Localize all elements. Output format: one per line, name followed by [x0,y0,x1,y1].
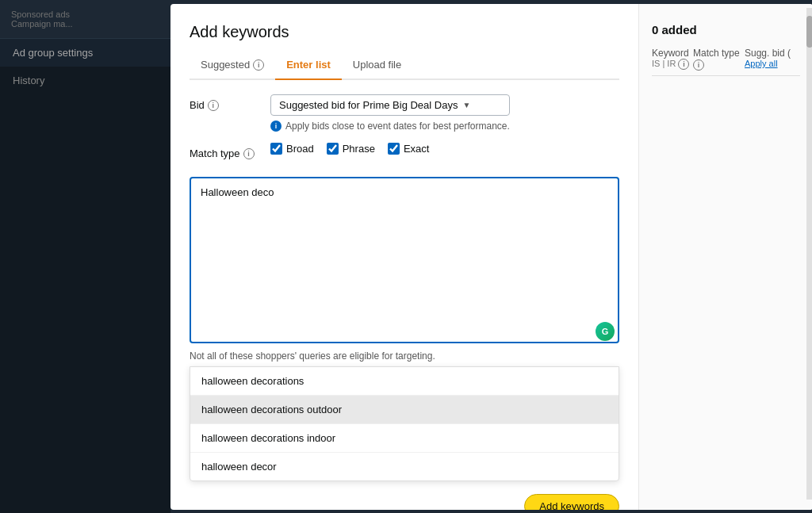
col-keyword: Keyword IS | IR i [652,48,693,71]
textarea-wrapper: Halloween deco G [190,177,619,346]
bid-dropdown[interactable]: Suggested bid for Prime Big Deal Days ▼ [270,94,510,116]
autocomplete-item[interactable]: halloween decorations [190,367,619,396]
add-keywords-modal: Add keywords Suggested i Enter list Uplo… [170,4,812,510]
bid-controls: Suggested bid for Prime Big Deal Days ▼ … [270,94,510,132]
autocomplete-dropdown: halloween decorations halloween decorati… [190,366,619,481]
tab-enter-list[interactable]: Enter list [275,54,342,80]
bid-info-icon[interactable]: i [208,100,219,111]
autocomplete-item[interactable]: halloween decor [190,453,619,480]
not-eligible-note: Not all of these shoppers' queries are e… [190,350,619,362]
autocomplete-item[interactable]: halloween decorations indoor [190,424,619,453]
keyword-input-area: Halloween deco G Not all of these shoppe… [190,177,619,510]
bid-note-info-icon: i [270,121,282,132]
scrollbar[interactable] [806,8,812,500]
bid-note: i Apply bids close to event dates for be… [270,121,510,132]
phrase-checkbox[interactable] [327,143,339,155]
bid-label: Bid i [190,94,261,111]
col-match-type: Match type i [693,48,745,71]
match-type-section: Match type i Broad Phrase Exact [190,143,619,166]
match-type-info-icon[interactable]: i [243,148,255,159]
keyword-textarea[interactable]: Halloween deco [190,177,619,343]
keyword-sub-info-icon[interactable]: i [678,59,689,70]
match-type-phrase[interactable]: Phrase [327,143,375,155]
broad-checkbox[interactable] [270,143,282,155]
scrollbar-thumb[interactable] [806,16,812,48]
match-type-col-info-icon[interactable]: i [693,59,704,71]
tab-upload-file[interactable]: Upload file [342,54,412,80]
add-keywords-wrapper: Add keywords [190,488,619,510]
col-sugg-bid: Sugg. bid ( Apply all [745,48,800,71]
modal-tabs: Suggested i Enter list Upload file [190,54,619,80]
match-type-checkboxes: Broad Phrase Exact [270,143,429,155]
modal-title: Add keywords [190,23,619,41]
modal-left-panel: Add keywords Suggested i Enter list Uplo… [170,4,638,510]
bid-chevron-icon: ▼ [462,101,470,109]
grammarly-icon: G [596,322,615,341]
add-keywords-button[interactable]: Add keywords [524,494,619,510]
tab-suggested[interactable]: Suggested i [190,54,275,80]
match-type-exact[interactable]: Exact [388,143,430,155]
col-keyword-sub: IS | IR i [652,59,693,70]
match-type-label: Match type i [190,143,261,159]
autocomplete-item[interactable]: halloween decorations outdoor [190,396,619,424]
bid-section: Bid i Suggested bid for Prime Big Deal D… [190,94,619,132]
apply-all-link[interactable]: Apply all [745,59,800,68]
suggested-info-icon[interactable]: i [253,59,264,71]
exact-checkbox[interactable] [388,143,400,155]
match-type-broad[interactable]: Broad [270,143,314,155]
right-table-header: Keyword IS | IR i Match type i Sugg. bid… [652,48,800,76]
modal-right-panel: 0 added Keyword IS | IR i Match type i S… [638,4,812,510]
added-count: 0 added [652,23,800,36]
